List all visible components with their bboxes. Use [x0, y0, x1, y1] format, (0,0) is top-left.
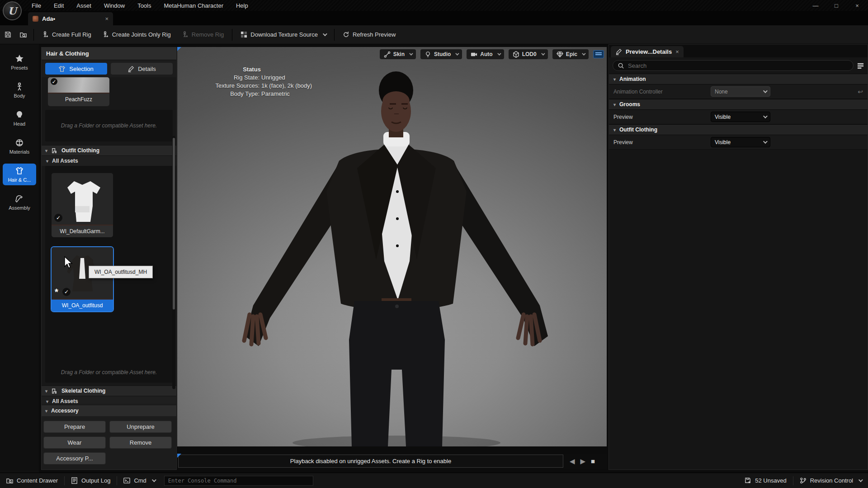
chevron-down-icon — [409, 52, 413, 55]
sidebar-item-hair-and-clothing[interactable]: Hair & C... — [3, 164, 36, 185]
menu-window[interactable]: Window — [99, 1, 129, 10]
revision-control-button[interactable]: Revision Control — [793, 473, 868, 488]
console-command-input[interactable] — [168, 478, 309, 484]
sidebar-item-head[interactable]: Head — [3, 108, 36, 129]
stop-icon[interactable]: ■ — [591, 457, 595, 465]
metahuman-asset-icon — [33, 16, 38, 22]
output-log-button[interactable]: Output Log — [65, 473, 117, 488]
refresh-preview-button[interactable]: Refresh Preview — [337, 25, 401, 44]
create-joints-only-rig-button[interactable]: Create Joints Only Rig — [97, 25, 176, 44]
details-search-row — [609, 57, 868, 74]
minimize-icon[interactable]: — — [811, 2, 820, 9]
reset-to-default-icon[interactable]: ↩ — [858, 88, 863, 95]
view-options-icon[interactable] — [857, 62, 864, 69]
menu-tools[interactable]: Tools — [133, 1, 156, 10]
content-drawer-button[interactable]: Content Drawer — [0, 473, 64, 488]
tab-close-icon[interactable]: × — [105, 15, 108, 22]
quality-epic-button[interactable]: Epic — [552, 49, 589, 59]
browse-to-asset-button[interactable] — [15, 31, 31, 38]
chevron-down-icon — [541, 52, 545, 55]
check-badge-icon: ✓ — [54, 214, 62, 222]
asset-card-outfitusd[interactable]: * ✓ WI_OA_outfitusd — [52, 247, 113, 311]
save-asterisk-icon — [745, 477, 751, 484]
menu-file[interactable]: File — [27, 1, 46, 10]
menu-help[interactable]: Help — [231, 1, 253, 10]
menu-metahuman-character[interactable]: MetaHuman Character — [159, 1, 228, 10]
prepared-star-badge-icon: * — [52, 288, 61, 296]
asset-scroll-area[interactable]: ✓ PeachFuzz Drag a Folder or compatible … — [42, 77, 176, 404]
remove-rig-button[interactable]: Remove Rig — [176, 25, 230, 44]
statusbar-right: 52 Unsaved Revision Control — [738, 473, 868, 488]
chevron-down-icon — [455, 52, 459, 55]
tab-preview-details[interactable]: Preview...Details × — [611, 46, 684, 57]
collapse-arrow-icon: ▾ — [613, 77, 616, 82]
scrollbar-thumb[interactable] — [173, 138, 175, 310]
tab-close-icon[interactable]: × — [675, 48, 679, 55]
panel-scrollbar[interactable] — [172, 136, 175, 389]
content-drawer-icon — [6, 477, 13, 484]
tab-details[interactable]: Details — [111, 63, 173, 75]
rig-person-add-icon — [42, 31, 49, 38]
cmd-dropdown-button[interactable]: Cmd — [117, 473, 161, 488]
chevron-down-icon — [859, 478, 863, 482]
group-all-assets[interactable]: ▾ All Assets — [42, 396, 176, 404]
keyboard-shortcuts-icon[interactable] — [593, 50, 604, 58]
search-input[interactable] — [628, 62, 849, 69]
section-outfit-clothing[interactable]: ▾ Outfit Clothing — [42, 145, 176, 156]
menu-edit[interactable]: Edit — [49, 1, 68, 10]
previous-frame-icon[interactable]: ◀ — [570, 457, 575, 465]
close-icon[interactable]: × — [853, 2, 862, 9]
category-animation[interactable]: ▾ Animation — [609, 74, 868, 84]
unreal-logo: U — [3, 1, 22, 20]
prepare-button[interactable]: Prepare — [43, 421, 106, 433]
panel-title: Hair & Clothing — [42, 47, 176, 60]
unprepare-button[interactable]: Unprepare — [109, 421, 172, 433]
animation-controller-dropdown[interactable]: None — [711, 86, 770, 97]
search-box[interactable] — [613, 60, 854, 71]
refresh-icon — [343, 31, 349, 38]
details-tabstrip: Preview...Details × — [609, 45, 868, 57]
restore-icon[interactable]: □ — [832, 2, 841, 9]
chevron-down-icon — [152, 478, 156, 482]
grooms-preview-dropdown[interactable]: Visible — [711, 112, 770, 122]
camera-auto-button[interactable]: Auto — [467, 49, 504, 59]
skin-mode-button[interactable]: Skin — [380, 49, 416, 59]
pencil-icon — [127, 66, 134, 72]
save-button[interactable] — [0, 31, 15, 38]
branch-icon — [800, 477, 807, 484]
asset-card-peachfuzz[interactable]: ✓ PeachFuzz — [48, 77, 109, 106]
tab-selection[interactable]: Selection — [45, 63, 107, 75]
tab-ada[interactable]: Ada• × — [28, 12, 113, 25]
sidebar-item-materials[interactable]: Materials — [3, 136, 36, 157]
remove-button[interactable]: Remove — [109, 436, 172, 449]
group-all-assets[interactable]: ▾ All Assets — [42, 156, 176, 166]
sidebar-item-presets[interactable]: Presets — [3, 52, 36, 73]
section-skeletal-clothing[interactable]: ▾ Skeletal Clothing — [42, 385, 176, 396]
dock-target-marker — [177, 454, 181, 458]
lighting-studio-button[interactable]: Studio — [420, 49, 462, 59]
menu-asset[interactable]: Asset — [72, 1, 96, 10]
accessory-prepare-button[interactable]: Accessory P... — [43, 452, 106, 465]
category-grooms[interactable]: ▾ Grooms — [609, 99, 868, 110]
unsaved-files-button[interactable]: 52 Unsaved — [738, 473, 793, 488]
lod-button[interactable]: LOD0 — [509, 49, 548, 59]
wear-button[interactable]: Wear — [43, 436, 106, 449]
accessory-header[interactable]: ▾ Accessory — [42, 405, 176, 416]
play-icon[interactable]: ▶ — [580, 457, 586, 465]
asset-card-default-garment[interactable]: ✓ WI_DefaultGarm... — [52, 173, 113, 237]
download-texture-source-button[interactable]: Download Texture Source — [235, 25, 331, 44]
console-command-box[interactable] — [164, 476, 313, 486]
sidebar-item-assembly[interactable]: Assembly — [3, 192, 36, 213]
collapse-arrow-icon: ▾ — [46, 399, 48, 404]
groom-drop-zone[interactable]: Drag a Folder or compatible Asset here. — [45, 110, 173, 141]
head-icon — [15, 110, 24, 119]
asset-tabbar: Ada• × — [0, 11, 868, 25]
tab-title: Ada• — [42, 15, 55, 22]
category-outfit-clothing[interactable]: ▾ Outfit Clothing — [609, 124, 868, 135]
sidebar-item-body[interactable]: Body — [3, 80, 36, 101]
create-full-rig-button[interactable]: Create Full Rig — [37, 25, 97, 44]
outfit-preview-dropdown[interactable]: Visible — [711, 137, 770, 147]
material-sphere-icon — [15, 138, 24, 147]
chevron-down-icon — [323, 32, 327, 36]
preview-viewport[interactable]: Skin Studio Auto LOD0 Epic Status — [177, 47, 607, 446]
